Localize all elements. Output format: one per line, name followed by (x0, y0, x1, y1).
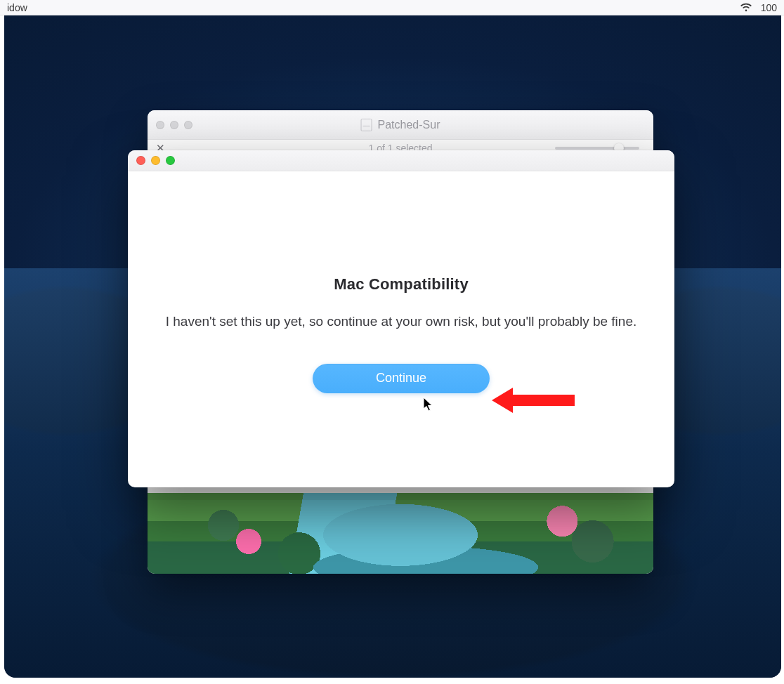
continue-button[interactable]: Continue (313, 364, 490, 393)
menubar-left-fragment: idow (7, 2, 27, 13)
wifi-icon (740, 3, 752, 12)
battery-percentage-fragment: 100 (761, 2, 777, 13)
window-zoom-button[interactable] (166, 156, 175, 165)
menubar: idow 100 (0, 0, 784, 15)
window-close-button[interactable] (136, 156, 145, 165)
bg-window-title-text: Patched-Sur (378, 119, 440, 131)
background-window-titlebar: Patched-Sur (148, 110, 653, 140)
bg-minimize-dot-inactive[interactable] (170, 121, 178, 129)
dialog-heading: Mac Compatibility (128, 275, 674, 294)
disk-icon (361, 119, 372, 131)
dialog-window: Mac Compatibility I haven't set this up … (128, 150, 674, 487)
dialog-titlebar[interactable] (128, 150, 674, 171)
window-minimize-button[interactable] (151, 156, 160, 165)
bg-window-title: Patched-Sur (361, 119, 440, 131)
traffic-lights[interactable] (136, 156, 175, 165)
dialog-message: I haven't set this up yet, so continue a… (162, 312, 641, 331)
bg-close-dot-inactive[interactable] (156, 121, 164, 129)
dialog-body: Mac Compatibility I haven't set this up … (128, 171, 674, 393)
bg-icon-size-slider[interactable] (555, 147, 639, 150)
bg-window-artwork (148, 493, 653, 574)
menubar-right: 100 (740, 2, 777, 13)
bg-window-traffic-lights[interactable] (156, 121, 192, 129)
bg-zoom-dot-inactive[interactable] (184, 121, 192, 129)
